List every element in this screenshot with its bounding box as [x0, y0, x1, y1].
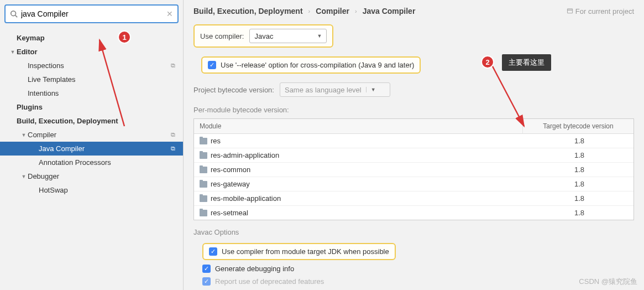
tree-item-label: Plugins — [17, 103, 179, 111]
module-name: res-mobile-application — [211, 194, 281, 203]
tree-item-hotswap[interactable]: HotSwap — [0, 183, 183, 197]
breadcrumb-current: Java Compiler — [363, 7, 416, 15]
opt-module-jdk-checkbox[interactable]: ✓ — [209, 247, 217, 256]
search-box[interactable]: ✕ — [4, 4, 179, 23]
module-name: res-common — [211, 165, 250, 174]
module-version[interactable]: 1.8 — [525, 206, 633, 220]
tree-item-live-templates[interactable]: Live Templates — [0, 72, 183, 86]
table-row[interactable]: res-common1.8 — [194, 163, 633, 177]
project-bytecode-select[interactable]: Same as language level ▼ — [280, 82, 390, 97]
folder-icon — [200, 195, 207, 202]
release-option-label: Use '--release' option for cross-compila… — [221, 61, 414, 69]
chevron-right-icon: › — [308, 8, 311, 14]
table-row[interactable]: res-setmeal1.8 — [194, 206, 633, 220]
svg-rect-3 — [567, 9, 572, 10]
tree-item-editor[interactable]: ▼Editor — [0, 45, 183, 59]
breadcrumb: Build, Execution, Deployment › Compiler … — [184, 0, 644, 21]
module-version[interactable]: 1.8 — [525, 163, 633, 177]
opt-debug-label: Generate debugging info — [215, 265, 294, 273]
table-row[interactable]: res-admin-application1.8 — [194, 148, 633, 163]
use-compiler-group: Use compiler: Javac ▼ — [193, 24, 333, 48]
module-table: Module Target bytecode version res1.8res… — [193, 118, 634, 220]
tree-item-label: Debugger — [28, 172, 179, 180]
table-row[interactable]: res1.8 — [194, 134, 633, 148]
chevron-right-icon: › — [355, 8, 357, 14]
clear-search-icon[interactable]: ✕ — [166, 9, 173, 18]
tree-item-debugger[interactable]: ▼Debugger — [0, 169, 183, 183]
opt-deprecated-label: Report use of deprecated features — [215, 277, 324, 286]
table-row[interactable]: res-mobile-application1.8 — [194, 191, 633, 206]
tree-item-inspections[interactable]: Inspections⧉ — [0, 59, 183, 72]
release-checkbox[interactable]: ✓ — [208, 61, 216, 69]
module-name: res-setmeal — [211, 209, 248, 217]
breadcrumb-item[interactable]: Compiler — [316, 7, 349, 15]
breadcrumb-item[interactable]: Build, Execution, Deployment — [193, 7, 303, 15]
tree-item-keymap[interactable]: Keymap — [0, 31, 183, 45]
tree-item-label: Compiler — [28, 131, 171, 139]
per-module-label: Per-module bytecode version: — [193, 106, 634, 114]
opt-debug-checkbox[interactable]: ✓ — [202, 265, 211, 273]
folder-icon — [200, 138, 207, 144]
search-icon — [10, 10, 18, 18]
table-row[interactable]: res-gateway1.8 — [194, 177, 633, 191]
tree-item-label: HotSwap — [39, 186, 179, 194]
release-option-row: ✓ Use '--release' option for cross-compi… — [201, 56, 421, 74]
opt-module-jdk-row: ✓ Use compiler from module target JDK wh… — [202, 243, 396, 260]
tree-item-compiler[interactable]: ▼Compiler⧉ — [0, 128, 183, 142]
column-version[interactable]: Target bytecode version — [523, 119, 633, 133]
folder-icon — [200, 181, 207, 188]
tree-arrow-icon: ▼ — [20, 132, 28, 138]
tree-item-label: Editor — [17, 48, 179, 56]
module-version[interactable]: 1.8 — [525, 177, 633, 191]
module-name: res — [211, 137, 221, 145]
tree-item-build-execution-deployment[interactable]: Build, Execution, Deployment — [0, 114, 183, 128]
module-name: res-gateway — [211, 180, 250, 188]
copy-icon: ⧉ — [171, 62, 175, 69]
svg-line-1 — [15, 15, 18, 18]
tree-item-java-compiler[interactable]: Java Compiler⧉ — [0, 142, 183, 156]
svg-rect-2 — [567, 9, 572, 13]
tree-item-label: Annotation Processors — [39, 158, 179, 167]
settings-tree: Keymap▼EditorInspections⧉Live TemplatesI… — [0, 28, 183, 200]
module-version[interactable]: 1.8 — [525, 191, 633, 205]
annotation-tooltip: 主要看这里 — [502, 54, 551, 71]
tree-item-label: Live Templates — [28, 75, 179, 84]
opt-deprecated-checkbox[interactable]: ✓ — [202, 277, 211, 286]
folder-icon — [200, 210, 207, 216]
project-bytecode-label: Project bytecode version: — [193, 86, 274, 94]
module-version[interactable]: 1.8 — [525, 148, 633, 162]
tree-arrow-icon: ▼ — [20, 174, 28, 179]
tree-item-label: Java Compiler — [39, 144, 171, 153]
use-compiler-select[interactable]: Javac ▼ — [249, 29, 327, 43]
module-name: res-admin-application — [211, 151, 279, 159]
tree-item-label: Keymap — [17, 34, 179, 42]
svg-point-0 — [11, 11, 16, 16]
tree-item-label: Inspections — [28, 61, 171, 70]
copy-icon: ⧉ — [171, 145, 175, 152]
settings-sidebar: ✕ Keymap▼EditorInspections⧉Live Template… — [0, 0, 184, 290]
search-input[interactable] — [21, 9, 166, 18]
tree-item-intentions[interactable]: Intentions — [0, 86, 183, 100]
tree-item-annotation-processors[interactable]: Annotation Processors — [0, 156, 183, 169]
settings-main: Build, Execution, Deployment › Compiler … — [184, 0, 644, 290]
javac-options-label: Javac Options — [193, 228, 634, 236]
folder-icon — [200, 152, 207, 159]
watermark: CSDN @猿究院鱼 — [579, 277, 637, 287]
chevron-down-icon: ▼ — [366, 87, 376, 92]
project-scope-label: For current project — [567, 7, 634, 15]
tree-item-label: Intentions — [28, 89, 179, 97]
module-version[interactable]: 1.8 — [525, 134, 633, 148]
tree-item-plugins[interactable]: Plugins — [0, 100, 183, 114]
annotation-badge-2: 2 — [481, 55, 494, 69]
tree-item-label: Build, Execution, Deployment — [17, 117, 179, 125]
column-module[interactable]: Module — [194, 119, 523, 133]
tree-arrow-icon: ▼ — [9, 49, 17, 55]
chevron-down-icon: ▼ — [317, 33, 322, 39]
annotation-badge-1: 1 — [118, 30, 131, 44]
copy-icon: ⧉ — [171, 131, 175, 138]
folder-icon — [200, 167, 207, 173]
use-compiler-label: Use compiler: — [200, 32, 244, 40]
